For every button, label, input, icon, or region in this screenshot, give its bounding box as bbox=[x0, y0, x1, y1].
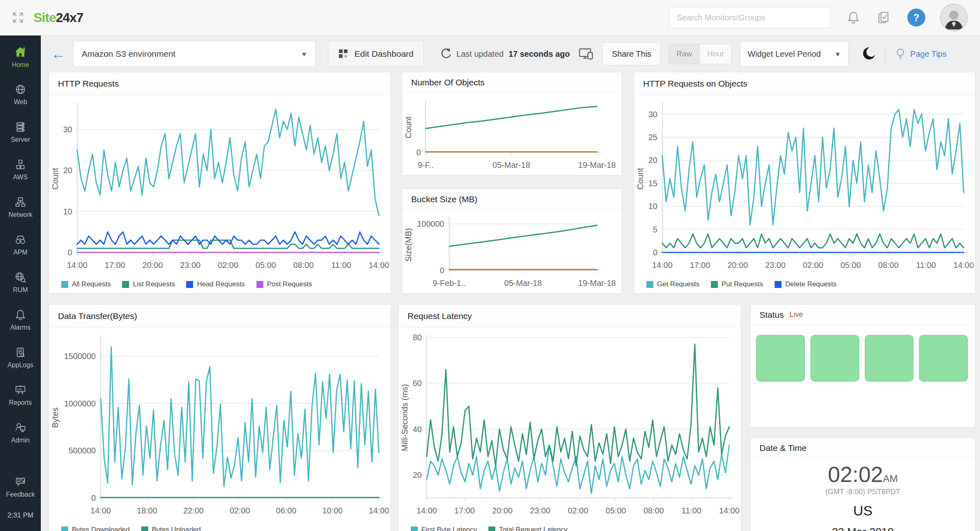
network-icon bbox=[14, 196, 27, 208]
legend-item[interactable]: Total Request Latency bbox=[488, 526, 568, 531]
svg-text:20:00: 20:00 bbox=[727, 261, 748, 270]
clock-location: US bbox=[751, 503, 975, 519]
sidebar-label: Reports bbox=[9, 399, 32, 406]
svg-text:500000: 500000 bbox=[69, 446, 96, 455]
legend-item[interactable]: First Byte Latency bbox=[411, 526, 477, 531]
binoculars-icon bbox=[14, 234, 27, 246]
chevron-down-icon: ▼ bbox=[301, 51, 307, 58]
aws-cubes-icon bbox=[14, 158, 27, 171]
sidebar-item-web[interactable]: Web bbox=[0, 76, 41, 113]
site24x7-logo[interactable]: Site24x7 bbox=[33, 10, 83, 25]
svg-text:5: 5 bbox=[653, 225, 657, 234]
status-box[interactable] bbox=[865, 335, 913, 382]
svg-text:11:00: 11:00 bbox=[682, 506, 702, 515]
logo-text-green: Site bbox=[33, 10, 56, 25]
widget-level-period-selector[interactable]: Widget Level Period ▼ bbox=[740, 41, 849, 67]
svg-text:100000: 100000 bbox=[417, 219, 444, 228]
help-icon[interactable]: ? bbox=[907, 9, 925, 27]
search-input[interactable] bbox=[669, 7, 831, 28]
clock-meridiem: AM bbox=[883, 473, 898, 484]
chart-canvas: 010203014:0017:0020:0023:0002:0005:0008:… bbox=[49, 95, 390, 275]
widget-status: Status Live bbox=[750, 304, 976, 428]
legend-swatch bbox=[711, 281, 718, 288]
svg-text:02:00: 02:00 bbox=[218, 261, 238, 270]
sidebar-item-feedback[interactable]: Feedback bbox=[0, 468, 41, 506]
refresh-icon[interactable] bbox=[439, 48, 452, 60]
legend-item[interactable]: Bytes Downloaded bbox=[61, 526, 130, 531]
legend-item[interactable]: All Requests bbox=[61, 280, 111, 288]
legend-item[interactable]: List Requests bbox=[122, 280, 175, 288]
chart-canvas: 05000001000000150000014:0018:0022:0002:0… bbox=[49, 328, 390, 521]
sidebar-item-server[interactable]: Server bbox=[0, 113, 41, 151]
avatar[interactable] bbox=[940, 4, 968, 31]
expand-fullscreen-icon[interactable] bbox=[11, 11, 24, 24]
svg-text:9-Feb-1..: 9-Feb-1.. bbox=[432, 279, 466, 288]
last-updated-value: 17 seconds ago bbox=[508, 49, 570, 59]
sidebar-clock: 2:31 PM bbox=[7, 511, 33, 520]
widget-title: Bucket Size (MB) bbox=[402, 189, 621, 210]
devices-icon[interactable] bbox=[579, 47, 594, 60]
status-box[interactable] bbox=[919, 335, 968, 382]
svg-text:20: 20 bbox=[648, 156, 657, 165]
logo-text-dark: 24x7 bbox=[56, 10, 83, 25]
sidebar-item-admin[interactable]: Admin bbox=[0, 414, 41, 451]
edit-dashboard-grid-icon bbox=[338, 49, 349, 59]
svg-text:18:00: 18:00 bbox=[137, 506, 157, 515]
widget-title: Request Latency bbox=[399, 305, 741, 328]
chart-legend: Bytes DownloadedBytes Uploaded bbox=[49, 521, 390, 531]
dashboard-selector[interactable]: Amazon S3 environment ▼ bbox=[73, 41, 316, 67]
widget-bucket-size: Bucket Size (MB) 01000009-Feb-1..05-Mar-… bbox=[402, 189, 622, 294]
sidebar-label: AppLogs bbox=[7, 361, 33, 369]
sidebar-item-alarms[interactable]: Alarms bbox=[0, 301, 41, 339]
svg-text:0: 0 bbox=[416, 148, 421, 157]
legend-item[interactable]: Post Requests bbox=[256, 280, 312, 288]
edit-dashboard-button[interactable]: Edit Dashboard bbox=[328, 41, 424, 67]
back-arrow-icon[interactable]: ← bbox=[51, 47, 66, 61]
chart-canvas: 05101520253014:0017:0020:0023:0002:0005:… bbox=[634, 95, 975, 275]
tasks-clipboard-icon[interactable] bbox=[876, 10, 891, 25]
sidebar-item-network[interactable]: Network bbox=[0, 188, 41, 226]
sidebar-item-applogs[interactable]: AppLogs bbox=[0, 339, 41, 376]
status-box[interactable] bbox=[811, 335, 859, 382]
dark-mode-moon-icon[interactable] bbox=[861, 46, 876, 62]
svg-text:19-Mar-18: 19-Mar-18 bbox=[578, 161, 616, 170]
sidebar-label: Server bbox=[11, 136, 30, 143]
toggle-raw[interactable]: Raw bbox=[669, 44, 700, 64]
site24x7-dashboard: Site24x7 ? bbox=[0, 0, 980, 531]
sidebar-item-rum[interactable]: RUM bbox=[0, 263, 41, 301]
alarms-bell-icon bbox=[14, 309, 27, 321]
legend-item[interactable]: Get Requests bbox=[646, 280, 699, 288]
svg-text:Bytes: Bytes bbox=[51, 407, 60, 428]
main-content: ← Amazon S3 environment ▼ Edit Dashboard… bbox=[41, 36, 980, 531]
share-this-button[interactable]: Share This bbox=[602, 42, 660, 65]
svg-text:14:00: 14:00 bbox=[652, 261, 673, 270]
page-tips-button[interactable]: Page Tips bbox=[895, 48, 947, 60]
svg-text:1500000: 1500000 bbox=[64, 352, 96, 361]
legend-swatch bbox=[122, 281, 129, 288]
sidebar-label: APM bbox=[13, 249, 28, 256]
legend-item[interactable]: Head Requests bbox=[186, 280, 245, 288]
svg-text:20: 20 bbox=[413, 471, 422, 480]
sidebar-item-apm[interactable]: APM bbox=[0, 226, 41, 263]
sidebar-item-home[interactable]: Home bbox=[0, 38, 41, 76]
svg-text:10: 10 bbox=[648, 202, 657, 211]
sidebar-label: AWS bbox=[13, 174, 28, 181]
sidebar-item-aws[interactable]: AWS bbox=[0, 151, 41, 188]
legend-item[interactable]: Delete Requests bbox=[775, 280, 837, 288]
legend-item[interactable]: Bytes Uploaded bbox=[141, 526, 201, 531]
svg-text:14:00: 14:00 bbox=[416, 506, 437, 515]
sidebar-item-reports[interactable]: Reports bbox=[0, 376, 41, 414]
notifications-bell-icon[interactable] bbox=[846, 10, 861, 25]
status-box[interactable] bbox=[756, 335, 805, 382]
clock-time: 02:02 bbox=[828, 462, 883, 486]
toggle-hour[interactable]: Hour bbox=[700, 44, 731, 64]
chart-canvas: 2040608014:0017:0020:0023:0002:0005:0008… bbox=[399, 328, 741, 521]
svg-text:08:00: 08:00 bbox=[644, 506, 664, 515]
svg-text:11:00: 11:00 bbox=[331, 261, 351, 270]
widget-level-period-label: Widget Level Period bbox=[748, 49, 821, 59]
svg-text:08:00: 08:00 bbox=[878, 261, 898, 270]
svg-text:22:00: 22:00 bbox=[183, 506, 204, 515]
sidebar-label: Admin bbox=[11, 437, 29, 444]
legend-item[interactable]: Put Requests bbox=[711, 280, 763, 288]
legend-swatch bbox=[256, 281, 263, 288]
